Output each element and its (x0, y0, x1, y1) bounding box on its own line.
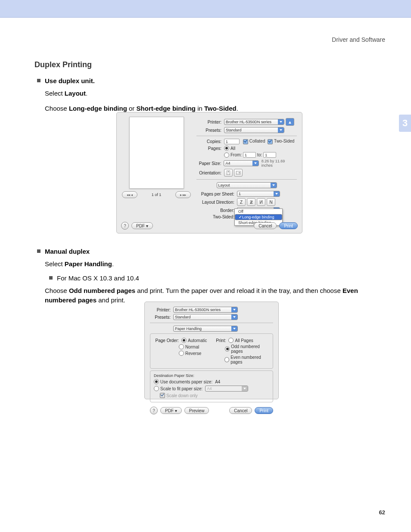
print-all-radio[interactable] (228, 338, 234, 343)
presets-select[interactable]: Standard (224, 127, 284, 133)
preview-page-count: 1 of 1 (152, 193, 162, 197)
pages-from-field[interactable]: 1 (243, 152, 256, 158)
page-number: 62 (379, 509, 385, 516)
pages-all-radio[interactable] (224, 146, 229, 151)
instruction-select-layout: Select Layout. (34, 89, 385, 99)
orientation-portrait-icon[interactable] (224, 169, 233, 177)
layout-direction-label: Layout Direction: (196, 200, 237, 205)
layout-dir-3-icon[interactable]: И (257, 198, 265, 206)
page-header-bar (0, 0, 411, 18)
page-order-auto-radio[interactable] (181, 338, 187, 343)
papersize-label: Paper Size: (196, 161, 224, 166)
orientation-label: Orientation: (196, 171, 224, 175)
print-preview-pane: ◂◂ ◂ 1 of 1 ▸ ▸▸ (122, 117, 191, 192)
print-button[interactable]: Print (279, 222, 298, 229)
print-button-2[interactable]: Print (255, 407, 273, 414)
cancel-button[interactable]: Cancel (254, 222, 277, 229)
layout-dir-1-icon[interactable]: Z (237, 198, 246, 206)
two-sided-off-option[interactable]: Off (235, 209, 282, 214)
two-sided-label: Two-Sided: (196, 215, 237, 219)
layout-dir-4-icon[interactable]: N (267, 198, 275, 206)
help-icon[interactable]: ? (121, 222, 129, 230)
help-icon-2[interactable]: ? (150, 407, 158, 414)
sub-bullet-macos: For Mac OS X 10.3 and 10.4 (34, 274, 385, 282)
orientation-landscape-icon[interactable] (234, 169, 243, 177)
pages-per-sheet-select[interactable]: 1 (237, 191, 280, 197)
two-sided-long-option[interactable]: Long-edge binding (235, 214, 282, 220)
cancel-button-2[interactable]: Cancel (229, 407, 252, 414)
dest-size-panel: Destination Paper Size: Use documents pa… (150, 370, 273, 402)
presets-label-2: Presets: (150, 315, 173, 320)
use-doc-size-radio[interactable] (154, 379, 159, 384)
copies-label: Copies: (196, 139, 224, 144)
pdf-button[interactable]: PDF ▾ (131, 222, 153, 229)
presets-label: Presets: (196, 128, 224, 133)
breadcrumb: Driver and Software (332, 36, 385, 43)
printer-label: Printer: (196, 120, 224, 124)
bullet-manual-duplex: Manual duplex (34, 248, 385, 255)
preview-nav-fwd[interactable]: ▸ ▸▸ (175, 191, 191, 198)
layout-dir-2-icon[interactable]: Ƶ (247, 198, 255, 206)
pdf-button-2[interactable]: PDF ▾ (160, 407, 182, 414)
pages-label: Pages: (196, 146, 224, 151)
bullet-use-duplex: Use duplex unit. (34, 77, 385, 84)
chapter-tab: 3 (399, 115, 411, 132)
settings-pane-select[interactable]: Layout (217, 182, 277, 188)
presets-select-2[interactable]: Standard (173, 314, 238, 320)
border-label: Border: (196, 208, 237, 213)
papersize-hint: 8.26 by 11.69 inches (262, 159, 297, 168)
dest-size-label: Destination Paper Size: (154, 373, 269, 378)
preview-button[interactable]: Preview (184, 407, 209, 414)
settings-pane-select-2[interactable]: Paper Handling (173, 326, 238, 332)
printer-status-icon[interactable]: ▲ (286, 118, 294, 126)
scale-to-fit-radio[interactable] (154, 386, 159, 391)
print-dialog-paper-handling: Printer: Brother HL-5350DN series Preset… (144, 302, 279, 399)
preview-page (129, 117, 184, 189)
print-odd-radio[interactable] (225, 346, 230, 352)
printer-select-2[interactable]: Brother HL-5350DN series (173, 307, 238, 313)
copies-field[interactable]: 1 (224, 139, 240, 144)
scale-size-select: A4 (205, 386, 248, 392)
print-dialog-layout: ◂◂ ◂ 1 of 1 ▸ ▸▸ Printer: Brother HL-535… (116, 112, 302, 233)
printer-label-2: Printer: (150, 308, 173, 312)
papersize-select[interactable]: A4 (224, 160, 258, 166)
pages-from-radio[interactable] (224, 152, 229, 158)
scale-down-checkbox (160, 393, 165, 398)
printer-select[interactable]: Brother HL-5350DN series (224, 119, 284, 125)
page-order-reverse-radio[interactable] (179, 351, 184, 356)
two-sided-checkbox[interactable] (268, 139, 273, 144)
pages-to-field[interactable]: 1 (263, 152, 276, 158)
page-order-panel: Page Order:Automatic Normal Reverse Prin… (150, 333, 273, 369)
page-title: Duplex Printing (34, 60, 385, 69)
instruction-select-paper-handling: Select Paper Handling. (34, 259, 385, 269)
collated-checkbox[interactable] (243, 139, 248, 144)
page-order-normal-radio[interactable] (179, 344, 184, 349)
preview-nav-back[interactable]: ◂◂ ◂ (122, 191, 137, 198)
pages-per-sheet-label: Pages per Sheet: (196, 192, 237, 196)
print-even-radio[interactable] (224, 357, 229, 362)
print-label-2: Print: (213, 338, 228, 343)
page-order-label: Page Order: (154, 338, 181, 343)
